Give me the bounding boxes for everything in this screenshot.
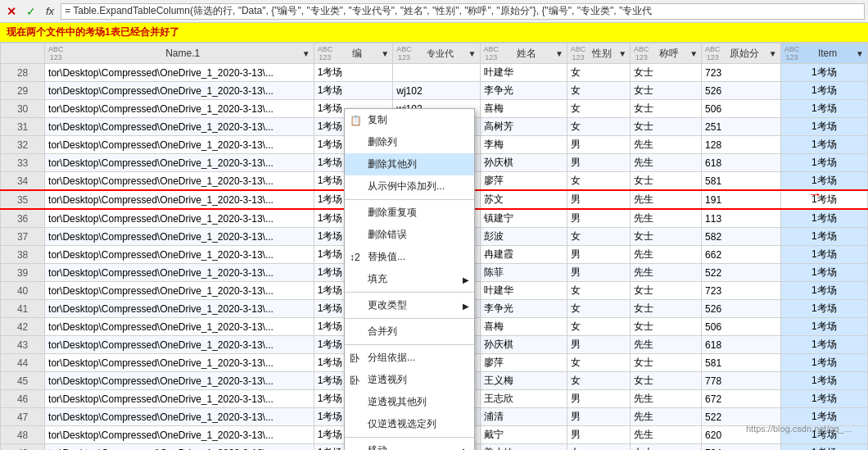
- col-header-bian[interactable]: ABC123 编 ▼: [314, 43, 393, 64]
- table-cell: 女士: [631, 444, 702, 451]
- table-cell: 784: [702, 444, 781, 451]
- table-cell: 1考场: [780, 154, 867, 172]
- table-cell: 45: [1, 372, 45, 390]
- table-cell: 723: [702, 64, 781, 82]
- table-cell: 36: [1, 209, 45, 228]
- table-cell: 男: [567, 209, 630, 228]
- table-cell: 先生: [631, 190, 702, 209]
- table-cell: 1考场: [780, 300, 867, 318]
- table-cell: 男: [567, 390, 630, 408]
- table-cell: tor\Desktop\Compressed\OneDrive_1_2020-3…: [45, 408, 314, 426]
- table-cell: 戴宁: [480, 426, 567, 444]
- table-cell: 女士: [631, 64, 702, 82]
- table-cell: 113: [702, 209, 781, 228]
- table-cell: 镇建宁: [480, 209, 567, 228]
- table-cell: 女: [567, 100, 630, 118]
- menu-item-icon: 📋: [350, 115, 362, 126]
- col-header-name1[interactable]: ABC123 Name.1 ▼: [45, 43, 314, 64]
- context-menu-item[interactable]: 卧逆透视列: [345, 369, 474, 391]
- menu-item-label: 从示例中添加列...: [368, 180, 445, 192]
- table-cell: 28: [1, 64, 45, 82]
- context-menu-item[interactable]: 仅逆透视选定列: [345, 413, 474, 435]
- menu-item-label: 逆透视列: [368, 374, 407, 385]
- table-cell: 42: [1, 318, 45, 336]
- context-menu-item[interactable]: ↕2替换值...: [345, 246, 474, 268]
- table-cell: 506: [702, 318, 781, 336]
- confirm-icon[interactable]: ✓: [23, 5, 39, 18]
- table-cell: 33: [1, 154, 45, 172]
- col-header-zhuanyedai[interactable]: ABC123 专业代 ▼: [393, 43, 480, 64]
- table-cell: 李梅: [480, 136, 567, 154]
- context-menu-item[interactable]: 删除列: [345, 131, 474, 153]
- table-cell: 孙庆棋: [480, 154, 567, 172]
- col-header-yuanshifen[interactable]: ABC123 原始分 ▼: [702, 43, 781, 64]
- table-cell: 李争光: [480, 300, 567, 318]
- context-menu-item[interactable]: 删除错误: [345, 224, 474, 246]
- table-cell: 581: [702, 354, 781, 372]
- table-cell: 女: [567, 82, 630, 100]
- table-cell: 女士: [631, 372, 702, 390]
- col-header-xingming[interactable]: ABC123 姓名 ▼: [480, 43, 567, 64]
- table-cell: 1考场: [314, 82, 393, 100]
- table-cell: 男: [567, 408, 630, 426]
- table-row: 28tor\Desktop\Compressed\OneDrive_1_2020…: [1, 64, 868, 82]
- context-menu-item[interactable]: 删除重复项: [345, 202, 474, 224]
- col-header-xingbie[interactable]: ABC123 性别 ▼: [567, 43, 630, 64]
- table-cell: 男: [567, 190, 630, 209]
- table-cell: 女士: [631, 300, 702, 318]
- table-cell: 1考场: [780, 64, 867, 82]
- cancel-icon[interactable]: ✕: [3, 5, 20, 18]
- menu-item-label: 填充: [368, 273, 387, 284]
- menu-item-icon: 卧: [350, 351, 359, 365]
- table-cell: 先生: [631, 426, 702, 444]
- table-cell: 女士: [631, 118, 702, 136]
- table-cell: 526: [702, 82, 781, 100]
- table-cell: 王志欣: [480, 390, 567, 408]
- menu-item-label: 删除其他列: [368, 158, 417, 170]
- menu-item-label: 复制: [368, 114, 387, 125]
- table-cell: 43: [1, 336, 45, 354]
- table-cell: 37: [1, 228, 45, 246]
- context-menu-separator: [345, 199, 474, 200]
- table-cell: 女: [567, 444, 630, 451]
- context-menu-item[interactable]: 填充▶: [345, 268, 474, 290]
- col-header-chenghu[interactable]: ABC123 称呼 ▼: [631, 43, 702, 64]
- grid-wrapper: ABC123 Name.1 ▼ ABC123 编 ▼: [0, 43, 868, 450]
- table-cell: 女士: [631, 82, 702, 100]
- table-cell: 1考场: [780, 426, 867, 444]
- context-menu-item[interactable]: 合并列: [345, 320, 474, 343]
- table-cell: 女: [567, 228, 630, 246]
- table-cell: 35: [1, 190, 45, 209]
- table-cell: 冉建霞: [480, 246, 567, 264]
- table-cell: 522: [702, 264, 781, 282]
- table-cell: 男: [567, 136, 630, 154]
- table-cell: 49: [1, 444, 45, 451]
- context-menu-item[interactable]: 删除其他列: [345, 153, 474, 175]
- context-menu-separator: [345, 344, 474, 345]
- context-menu-item[interactable]: 移动▶: [345, 439, 474, 450]
- table-cell: 廖萍: [480, 172, 567, 191]
- table-cell: 1考场: [780, 228, 867, 246]
- context-menu-item[interactable]: 更改类型▶: [345, 294, 474, 316]
- table-cell: 男: [567, 426, 630, 444]
- table-cell: 251: [702, 118, 781, 136]
- context-menu-item[interactable]: 卧分组依据...: [345, 347, 474, 369]
- col-header-item[interactable]: ABC123 Item ▼: [780, 43, 867, 64]
- table-cell: 先生: [631, 390, 702, 408]
- formula-input[interactable]: [61, 3, 865, 20]
- table-cell: tor\Desktop\Compressed\OneDrive_1_2020-3…: [45, 300, 314, 318]
- table-cell: 高树芳: [480, 118, 567, 136]
- menu-item-label: 更改类型: [368, 299, 407, 311]
- menu-item-label: 逆透视其他列: [368, 396, 427, 407]
- table-cell: 39: [1, 264, 45, 282]
- menu-item-icon: 卧: [350, 373, 359, 387]
- table-cell: 1考场: [314, 64, 393, 82]
- table-cell: tor\Desktop\Compressed\OneDrive_1_2020-3…: [45, 172, 314, 191]
- table-cell: 1考场: [780, 408, 867, 426]
- table-cell: 526: [702, 300, 781, 318]
- table-cell: 506: [702, 100, 781, 118]
- context-menu-item[interactable]: 逆透视其他列: [345, 391, 474, 413]
- context-menu: 📋复制删除列删除其他列从示例中添加列...删除重复项删除错误↕2替换值...填充…: [344, 108, 475, 450]
- context-menu-item[interactable]: 从示例中添加列...: [345, 175, 474, 198]
- context-menu-item[interactable]: 📋复制: [345, 109, 474, 131]
